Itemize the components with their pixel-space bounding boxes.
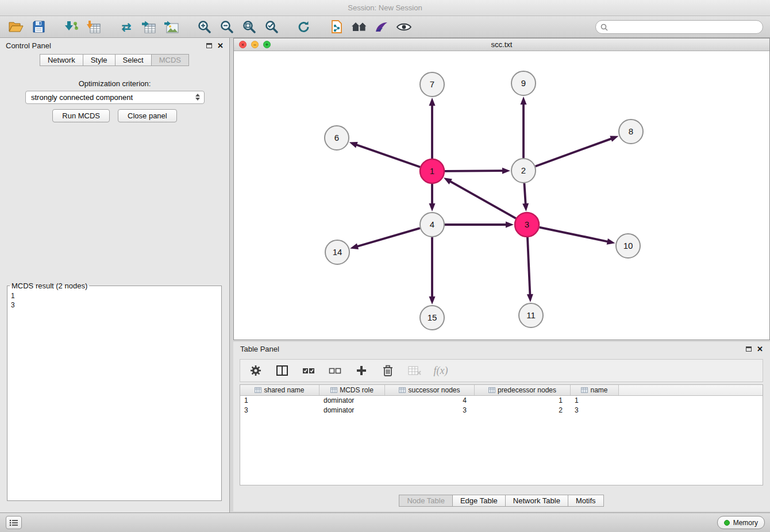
graph-edge-3-10[interactable] — [540, 228, 609, 242]
graph-node-1[interactable]: 1 — [420, 159, 444, 183]
delete-column-button[interactable] — [380, 363, 395, 378]
table-row[interactable]: 3dominator323 — [240, 406, 763, 415]
tab-mcds[interactable]: MCDS — [151, 54, 189, 66]
graph-node-6[interactable]: 6 — [325, 126, 349, 150]
table-cell[interactable]: 3 — [571, 406, 619, 415]
open-session-button[interactable] — [7, 18, 25, 36]
float-panel-icon[interactable] — [206, 43, 212, 48]
table-cell[interactable]: 4 — [385, 396, 475, 406]
memory-status-icon — [724, 520, 730, 526]
unselect-all-columns-button[interactable] — [328, 363, 342, 378]
export-image-button[interactable] — [162, 18, 180, 36]
table-cell[interactable]: dominator — [319, 396, 385, 406]
save-session-button[interactable] — [29, 18, 48, 36]
criterion-dropdown[interactable]: strongly connected component — [25, 91, 205, 104]
table-panel-title: Table Panel — [240, 345, 279, 353]
control-panel-title: Control Panel — [6, 41, 51, 50]
new-network-button[interactable]: ⇄ — [117, 18, 136, 36]
graph-edge-4-14[interactable] — [356, 228, 420, 246]
table-cell[interactable]: 3 — [240, 406, 319, 415]
table-cell[interactable]: 2 — [475, 406, 571, 415]
apply-style-button[interactable] — [372, 18, 391, 36]
refresh-icon — [297, 21, 311, 33]
minimize-window-icon[interactable]: − — [251, 41, 259, 48]
show-hide-button[interactable] — [395, 18, 413, 36]
run-mcds-button[interactable]: Run MCDS — [52, 109, 110, 122]
result-line: 1 — [11, 291, 218, 300]
graph-edge-1-6[interactable] — [355, 144, 420, 167]
graph-node-label: 4 — [430, 219, 434, 229]
zoom-in-icon — [198, 20, 211, 33]
graph-node-11[interactable]: 11 — [519, 303, 543, 327]
close-table-panel-icon[interactable]: ✕ — [757, 345, 763, 353]
show-columns-button[interactable] — [275, 363, 290, 378]
close-window-icon[interactable]: × — [239, 41, 247, 48]
zoom-selected-button[interactable] — [262, 18, 280, 36]
network-window-titlebar[interactable]: × − + scc.txt — [234, 38, 769, 51]
graph-node-7[interactable]: 7 — [420, 72, 444, 97]
graph-node-14[interactable]: 14 — [325, 240, 349, 264]
zoom-in-button[interactable] — [195, 18, 213, 36]
tab-select[interactable]: Select — [115, 54, 152, 66]
table-cell[interactable]: dominator — [319, 406, 385, 415]
graph-node-15[interactable]: 15 — [420, 306, 444, 330]
graph-node-10[interactable]: 10 — [616, 234, 640, 258]
table-settings-button[interactable] — [248, 363, 263, 378]
table-row[interactable]: 1dominator411 — [240, 396, 763, 406]
close-panel-icon[interactable]: ✕ — [217, 42, 224, 49]
column-header-mcds-role[interactable]: MCDS role — [319, 385, 385, 395]
graph-edge-1-2[interactable] — [445, 171, 504, 171]
tab-network-table[interactable]: Network Table — [505, 495, 568, 507]
close-panel-button[interactable]: Close panel — [118, 109, 177, 122]
export-table-button[interactable] — [140, 18, 158, 36]
document-network-icon — [330, 20, 343, 33]
column-header-name[interactable]: name — [571, 385, 619, 395]
table-cell[interactable]: 1 — [475, 396, 571, 406]
graph-edge-3-1[interactable] — [449, 181, 516, 219]
fx-icon: f(x) — [434, 365, 448, 377]
float-table-panel-icon[interactable] — [746, 346, 752, 352]
select-all-columns-button[interactable] — [301, 363, 316, 378]
refresh-view-button[interactable] — [295, 18, 313, 36]
import-table-button[interactable] — [84, 18, 103, 36]
list-icon — [9, 519, 18, 526]
tab-edge-table[interactable]: Edge Table — [452, 495, 506, 507]
graph-edge-2-8[interactable] — [536, 138, 613, 167]
search-input[interactable] — [611, 21, 759, 33]
graph-node-4[interactable]: 4 — [420, 213, 444, 237]
graph-node-3[interactable]: 3 — [515, 213, 539, 237]
graph-edge-2-3[interactable] — [524, 183, 525, 205]
memory-button[interactable]: Memory — [717, 516, 765, 529]
column-header-shared-name[interactable]: shared name — [240, 385, 319, 395]
zoom-out-button[interactable] — [217, 18, 236, 36]
table-cell[interactable]: 1 — [240, 396, 319, 406]
tab-motifs[interactable]: Motifs — [568, 495, 604, 507]
toolbar-search — [595, 20, 763, 34]
column-edit-icon — [399, 387, 406, 393]
add-column-button[interactable] — [354, 363, 369, 378]
table-cell[interactable]: 3 — [385, 406, 475, 415]
zoom-fit-icon — [242, 20, 256, 33]
function-builder-button[interactable]: f(x) — [433, 363, 448, 378]
tab-network[interactable]: Network — [40, 54, 83, 66]
tab-style[interactable]: Style — [83, 54, 116, 66]
task-history-button[interactable] — [6, 516, 22, 529]
network-canvas[interactable]: 7968124314101511 — [234, 51, 769, 340]
column-header-successor-nodes[interactable]: successor nodes — [385, 385, 475, 395]
graph-node-2[interactable]: 2 — [511, 159, 536, 183]
clone-network-button[interactable] — [328, 18, 346, 36]
zoom-fit-button[interactable] — [240, 18, 258, 36]
import-network-button[interactable] — [62, 18, 80, 36]
graph-node-8[interactable]: 8 — [619, 119, 643, 144]
eye-icon — [396, 22, 411, 32]
houses-icon — [351, 21, 367, 33]
table-cell[interactable]: 1 — [571, 396, 619, 406]
tab-node-table[interactable]: Node Table — [399, 495, 453, 507]
graph-node-9[interactable]: 9 — [511, 71, 536, 95]
graph-edge-3-11[interactable] — [528, 237, 530, 296]
maximize-window-icon[interactable]: + — [263, 41, 271, 48]
home-button[interactable] — [350, 18, 368, 36]
column-header-predecessor-nodes[interactable]: predecessor nodes — [475, 385, 571, 395]
graph-edge-arrowhead — [607, 238, 615, 245]
delete-table-button[interactable] — [407, 363, 422, 378]
